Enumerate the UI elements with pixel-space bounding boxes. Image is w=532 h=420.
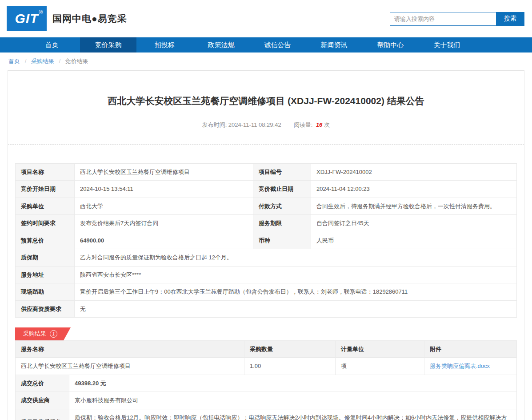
table-row: 质保期 乙方对合同服务的质量保证期为验收合格后之日起 12个月。 bbox=[16, 249, 517, 266]
nav-item-tenders[interactable]: 招投标 bbox=[136, 37, 193, 52]
purchaser-value: 西北大学 bbox=[75, 198, 253, 214]
quantity-cell: 1.00 bbox=[244, 358, 336, 375]
table-row: 西北大学长安校区玉兰苑餐厅空调维修项目 1.00 项 服务类响应偏离表.docx bbox=[16, 358, 517, 375]
field-label: 币种 bbox=[253, 232, 311, 249]
field-label: 竞价截止日期 bbox=[253, 181, 311, 198]
bid-end-date-value: 2024-11-04 12:00:23 bbox=[311, 181, 517, 198]
table-header-row: 服务名称 采购数量 计量单位 附件 bbox=[16, 340, 517, 357]
signing-requirement-value: 发布竞价结果后7天内签订合同 bbox=[75, 215, 253, 232]
table-row: 现场踏勘 竞价开启后第三个工作日上午9：00在西北大学玉兰苑餐厅踏勘（包含公告发… bbox=[16, 283, 517, 300]
service-address-value: 陕西省西安市长安区**** bbox=[75, 266, 517, 283]
views-count: 16 bbox=[316, 121, 322, 128]
site-survey-value: 竞价开启后第三个工作日上午9：00在西北大学玉兰苑餐厅踏勘（包含公告发布日），联… bbox=[75, 283, 517, 300]
budget-total-value: 64900.00 bbox=[75, 232, 253, 249]
page-title: 西北大学长安校区玉兰苑餐厅空调维修项目 (XDJJ-FW-202410002) … bbox=[39, 95, 493, 107]
table-row: 成交供应商 京小服科技服务有限公司 bbox=[16, 392, 517, 409]
field-label: 现场踏勘 bbox=[16, 283, 75, 300]
field-label: 项目编号 bbox=[253, 164, 311, 181]
supplier-qualification-value: 无 bbox=[75, 300, 517, 317]
field-label: 项目名称 bbox=[16, 164, 75, 181]
field-label: 采购单位 bbox=[16, 198, 75, 214]
service-name-cell: 西北大学长安校区玉兰苑餐厅空调维修项目 bbox=[16, 358, 244, 375]
site-header: GIT ® 国网中电●易竞采 搜索 bbox=[0, 0, 532, 37]
field-label: 服务地址 bbox=[16, 266, 75, 283]
column-header: 附件 bbox=[424, 340, 517, 357]
winning-supplier-value: 京小服科技服务有限公司 bbox=[69, 392, 517, 409]
nav-item-integrity-notices[interactable]: 诚信公告 bbox=[249, 37, 306, 52]
currency-value: 人民币 bbox=[311, 232, 517, 249]
nav-item-news[interactable]: 新闻资讯 bbox=[306, 37, 362, 52]
table-row: 成交总价 49398.20 元 bbox=[16, 375, 517, 392]
views-label: 阅读量: bbox=[294, 121, 314, 128]
column-header: 计量单位 bbox=[336, 340, 424, 357]
table-row: 项目名称 西北大学长安校区玉兰苑餐厅空调维修项目 项目编号 XDJJ-FW-20… bbox=[16, 164, 517, 181]
table-row: 供应商资质要求 无 bbox=[16, 300, 517, 317]
nav-item-policies[interactable]: 政策法规 bbox=[193, 37, 249, 52]
table-row: 服务地址 陕西省西安市长安区**** bbox=[16, 266, 517, 283]
field-label: 预算总价 bbox=[16, 232, 75, 249]
table-row: 竞价开始日期 2024-10-15 13:54:11 竞价截止日期 2024-1… bbox=[16, 181, 517, 198]
breadcrumb-separator: / bbox=[25, 58, 27, 65]
payment-method-value: 合同生效后，待服务期满并经甲方验收合格后，一次性付清服务费用。 bbox=[311, 198, 517, 214]
search-bar: 搜索 bbox=[390, 12, 524, 26]
breadcrumb-separator: / bbox=[59, 58, 61, 65]
field-label: 成交供应商 bbox=[16, 392, 69, 409]
logo-text: GIT bbox=[15, 11, 39, 26]
breadcrumb: 首页 / 采购结果 / 竞价结果 bbox=[0, 52, 532, 70]
column-header: 采购数量 bbox=[244, 340, 336, 357]
column-header: 服务名称 bbox=[16, 340, 244, 357]
nav-item-home[interactable]: 首页 bbox=[24, 37, 80, 52]
table-row: 采购单位 西北大学 付款方式 合同生效后，待服务期满并经甲方验收合格后，一次性付… bbox=[16, 198, 517, 214]
field-label: 供应商资质要求 bbox=[16, 300, 75, 317]
registered-trademark-icon: ® bbox=[39, 9, 43, 16]
procurement-result-table: 服务名称 采购数量 计量单位 附件 西北大学长安校区玉兰苑餐厅空调维修项目 1.… bbox=[15, 340, 517, 375]
service-period-value: 自合同签订之日45天 bbox=[311, 215, 517, 232]
breadcrumb-procurement-results-link[interactable]: 采购结果 bbox=[31, 58, 54, 65]
table-row: 签约时间要求 发布竞价结果后7天内签订合同 服务期限 自合同签订之日45天 bbox=[16, 215, 517, 232]
project-details-table: 项目名称 西北大学长安校区玉兰苑餐厅空调维修项目 项目编号 XDJJ-FW-20… bbox=[15, 163, 517, 318]
unit-cell: 项 bbox=[336, 358, 424, 375]
deal-total-price-value: 49398.20 元 bbox=[69, 375, 517, 392]
field-label: 竞价开始日期 bbox=[16, 181, 75, 198]
warranty-after-sales-value: 质保期：验收合格后12月。响应时效：即时响应（包括电话响应）；电话响应无法解决2… bbox=[69, 409, 517, 420]
main-navigation: 首页 竞价采购 招投标 政策法规 诚信公告 新闻资讯 帮助中心 关于我们 bbox=[0, 37, 532, 52]
nav-item-bidding-procurement[interactable]: 竞价采购 bbox=[80, 37, 136, 52]
divider bbox=[8, 144, 524, 145]
publish-time-value: 2024-11-11 08:29:42 bbox=[228, 121, 281, 128]
field-label: 质保期 bbox=[16, 249, 75, 266]
announcement-panel: 西北大学长安校区玉兰苑餐厅空调维修项目 (XDJJ-FW-202410002) … bbox=[8, 70, 524, 420]
project-code-value: XDJJ-FW-202410002 bbox=[311, 164, 517, 181]
brand-title: 国网中电●易竞采 bbox=[52, 12, 127, 25]
nav-item-help-center[interactable]: 帮助中心 bbox=[362, 37, 419, 52]
search-input[interactable] bbox=[390, 12, 496, 26]
field-label: 付款方式 bbox=[253, 198, 311, 214]
procurement-result-badge: 采购结果 1 bbox=[15, 327, 71, 340]
badge-count-icon: 1 bbox=[50, 330, 57, 338]
project-name-value: 西北大学长安校区玉兰苑餐厅空调维修项目 bbox=[75, 164, 253, 181]
breadcrumb-current: 竞价结果 bbox=[65, 58, 88, 65]
bid-start-date-value: 2024-10-15 13:54:11 bbox=[75, 181, 253, 198]
content-area: 项目名称 西北大学长安校区玉兰苑餐厅空调维修项目 项目编号 XDJJ-FW-20… bbox=[8, 163, 524, 420]
field-label: 质保及售后服务 bbox=[16, 409, 69, 420]
deal-info-table: 成交总价 49398.20 元 成交供应商 京小服科技服务有限公司 质保及售后服… bbox=[15, 375, 517, 420]
attachment-link[interactable]: 服务类响应偏离表.docx bbox=[430, 363, 490, 369]
site-logo[interactable]: GIT ® bbox=[7, 6, 47, 31]
publish-time-label: 发布时间: bbox=[202, 121, 228, 128]
views-unit: 次 bbox=[324, 121, 330, 128]
badge-label: 采购结果 bbox=[23, 330, 46, 338]
breadcrumb-home-link[interactable]: 首页 bbox=[8, 58, 20, 65]
field-label: 成交总价 bbox=[16, 375, 69, 392]
search-button[interactable]: 搜索 bbox=[496, 12, 524, 26]
publish-info: 发布时间: 2024-11-11 08:29:42阅读量: 16次 bbox=[8, 121, 524, 129]
nav-item-about-us[interactable]: 关于我们 bbox=[419, 37, 475, 52]
field-label: 服务期限 bbox=[253, 215, 311, 232]
table-row: 预算总价 64900.00 币种 人民币 bbox=[16, 232, 517, 249]
field-label: 签约时间要求 bbox=[16, 215, 75, 232]
table-row: 质保及售后服务 质保期：验收合格后12月。响应时效：即时响应（包括电话响应）；电… bbox=[16, 409, 517, 420]
warranty-period-value: 乙方对合同服务的质量保证期为验收合格后之日起 12个月。 bbox=[75, 249, 517, 266]
